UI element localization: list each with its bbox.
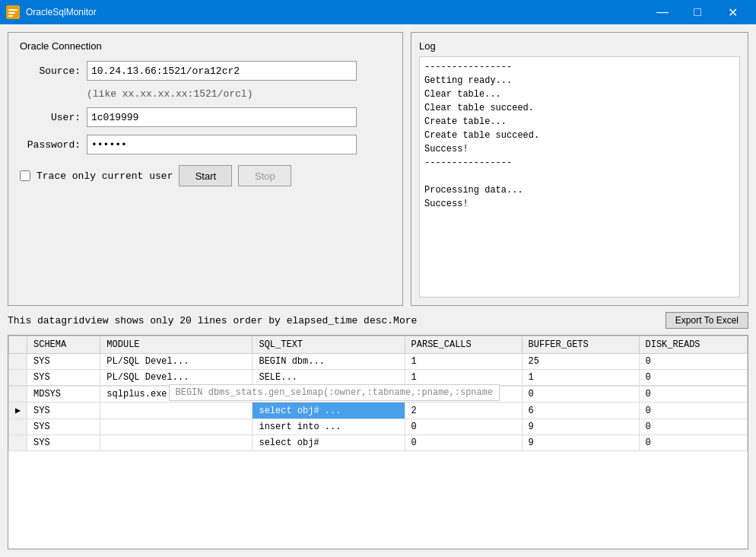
cell-disk-reads: 0 bbox=[639, 370, 747, 386]
source-row: Source: bbox=[20, 61, 391, 81]
col-parse-calls: PARSE_CALLS bbox=[405, 336, 522, 354]
cell-module bbox=[100, 435, 253, 451]
svg-rect-2 bbox=[8, 12, 15, 14]
start-button[interactable]: Start bbox=[179, 165, 232, 186]
user-row: User: bbox=[20, 107, 391, 127]
source-label: Source: bbox=[20, 65, 81, 77]
col-schema: SCHEMA bbox=[27, 336, 100, 354]
row-indicator bbox=[9, 387, 27, 403]
cell-buffer-gets: 6 bbox=[522, 403, 639, 419]
cell-schema: SYS bbox=[27, 403, 100, 419]
cell-schema: SYS bbox=[27, 370, 100, 386]
row-indicator bbox=[9, 435, 27, 451]
data-grid-container: SCHEMA MODULE SQL_TEXT PARSE_CALLS BUFFE… bbox=[8, 335, 748, 549]
minimize-button[interactable]: — bbox=[645, 0, 680, 24]
cell-parse-calls: 2 bbox=[405, 403, 522, 419]
cell-disk-reads: 0 bbox=[639, 403, 747, 419]
log-content: ---------------- Getting ready... Clear … bbox=[419, 56, 740, 298]
cell-disk-reads: 0 bbox=[639, 419, 747, 435]
cell-parse-calls: 1 bbox=[405, 354, 522, 370]
grid-wrapper[interactable]: SCHEMA MODULE SQL_TEXT PARSE_CALLS BUFFE… bbox=[8, 336, 748, 549]
source-input[interactable] bbox=[87, 61, 357, 81]
connection-panel: Oracle Connection Source: (like xx.xx.xx… bbox=[8, 32, 403, 306]
cell-module bbox=[100, 419, 253, 435]
cell-buffer-gets: 9 bbox=[522, 435, 639, 451]
cell-buffer-gets: 25 bbox=[522, 354, 639, 370]
row-indicator bbox=[9, 354, 27, 370]
cell-parse-calls: 0 bbox=[405, 419, 522, 435]
table-body: SYSPL/SQL Devel...BEGIN dbm...1250SYSPL/… bbox=[9, 354, 748, 451]
trace-checkbox[interactable] bbox=[20, 170, 30, 181]
maximize-button[interactable]: □ bbox=[680, 0, 715, 24]
cell-sql-text: select obj# ... bbox=[253, 403, 405, 419]
row-indicator bbox=[9, 419, 27, 435]
cell-sql-text: BEGIN dbm... bbox=[253, 354, 405, 370]
log-panel-title: Log bbox=[419, 40, 740, 52]
stop-button[interactable]: Stop bbox=[238, 165, 291, 186]
cell-module bbox=[100, 403, 253, 419]
data-table: SCHEMA MODULE SQL_TEXT PARSE_CALLS BUFFE… bbox=[8, 336, 748, 451]
cell-disk-reads: 0 bbox=[639, 435, 747, 451]
svg-rect-1 bbox=[8, 9, 17, 11]
trace-label: Trace only current user bbox=[37, 170, 173, 182]
cell-schema: MDSYS bbox=[27, 387, 100, 403]
window-controls: — □ ✕ bbox=[645, 0, 750, 24]
user-input[interactable] bbox=[87, 107, 357, 127]
password-row: Password: bbox=[20, 135, 391, 154]
checkbox-row: Trace only current user Start Stop bbox=[20, 165, 391, 186]
cell-disk-reads: 0 bbox=[639, 354, 747, 370]
table-row[interactable]: SYSPL/SQL Devel...SELE...110 bbox=[9, 370, 748, 386]
window-title: OracleSqlMonitor bbox=[26, 7, 645, 18]
col-module: MODULE bbox=[100, 336, 253, 354]
connection-panel-title: Oracle Connection bbox=[20, 40, 391, 52]
password-label: Password: bbox=[20, 139, 81, 151]
cell-buffer-gets: 1 bbox=[522, 370, 639, 386]
cell-disk-reads: 0 bbox=[639, 387, 747, 403]
cell-parse-calls: 0 bbox=[405, 435, 522, 451]
col-sql-text: SQL_TEXT bbox=[253, 336, 405, 354]
svg-rect-3 bbox=[8, 15, 13, 17]
password-input[interactable] bbox=[87, 135, 357, 154]
table-row[interactable]: ▶SYSselect obj# ...260 bbox=[9, 403, 748, 419]
close-button[interactable]: ✕ bbox=[715, 0, 750, 24]
cell-buffer-gets: 9 bbox=[522, 419, 639, 435]
cell-module: PL/SQL Devel... bbox=[100, 370, 253, 386]
cell-sql-text: SELE... bbox=[253, 370, 405, 386]
col-buffer-gets: BUFFER_GETS bbox=[522, 336, 639, 354]
table-row[interactable]: SYSPL/SQL Devel...BEGIN dbm...1250 bbox=[9, 354, 748, 370]
row-indicator: ▶ bbox=[9, 403, 27, 419]
title-bar: OracleSqlMonitor — □ ✕ bbox=[0, 0, 756, 24]
cell-schema: SYS bbox=[27, 419, 100, 435]
cell-parse-calls: 1 bbox=[405, 370, 522, 386]
sql-tooltip: BEGIN dbms_stats.gen_selmap(:owner,:tabn… bbox=[169, 384, 500, 401]
main-content: Oracle Connection Source: (like xx.xx.xx… bbox=[0, 24, 756, 557]
source-hint: (like xx.xx.xx.xx:1521/orcl) bbox=[87, 88, 391, 100]
cell-schema: SYS bbox=[27, 354, 100, 370]
table-header: SCHEMA MODULE SQL_TEXT PARSE_CALLS BUFFE… bbox=[9, 336, 748, 354]
app-icon bbox=[6, 5, 20, 19]
cell-sql-text: select obj# bbox=[253, 435, 405, 451]
col-disk-reads: DISK_READS bbox=[639, 336, 747, 354]
export-button[interactable]: Export To Excel bbox=[665, 312, 748, 329]
table-row[interactable]: SYSinsert into ...090 bbox=[9, 419, 748, 435]
info-text: This datagridview shows only 20 lines or… bbox=[8, 315, 417, 326]
cell-sql-text: insert into ... bbox=[253, 419, 405, 435]
top-row: Oracle Connection Source: (like xx.xx.xx… bbox=[8, 32, 748, 306]
row-indicator bbox=[9, 370, 27, 386]
log-panel: Log ---------------- Getting ready... Cl… bbox=[411, 32, 748, 306]
col-indicator bbox=[9, 336, 27, 354]
info-bar: This datagridview shows only 20 lines or… bbox=[8, 312, 748, 329]
cell-module: PL/SQL Devel... bbox=[100, 354, 253, 370]
user-label: User: bbox=[20, 112, 81, 123]
cell-schema: SYS bbox=[27, 435, 100, 451]
tooltip-row: BEGIN dbms_stats.gen_selmap(:owner,:tabn… bbox=[9, 386, 748, 387]
cell-buffer-gets: 0 bbox=[522, 387, 639, 403]
table-row[interactable]: SYSselect obj#090 bbox=[9, 435, 748, 451]
